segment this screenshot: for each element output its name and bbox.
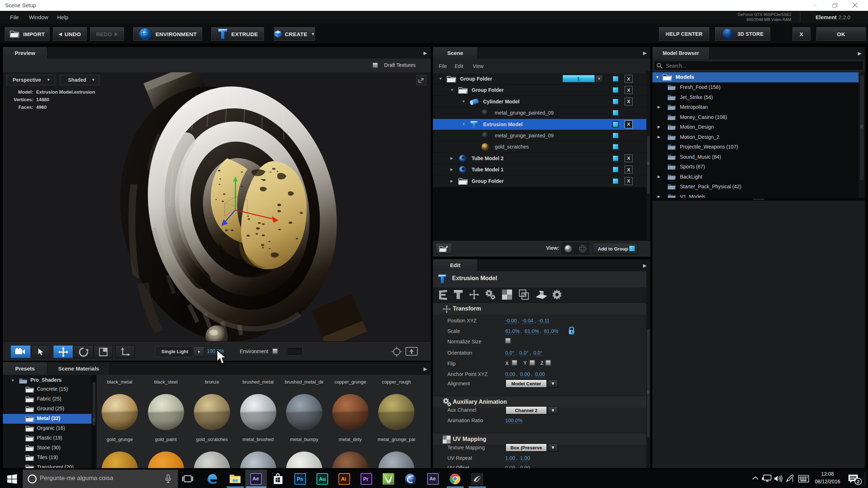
svg-text:2: 2 <box>857 479 860 484</box>
